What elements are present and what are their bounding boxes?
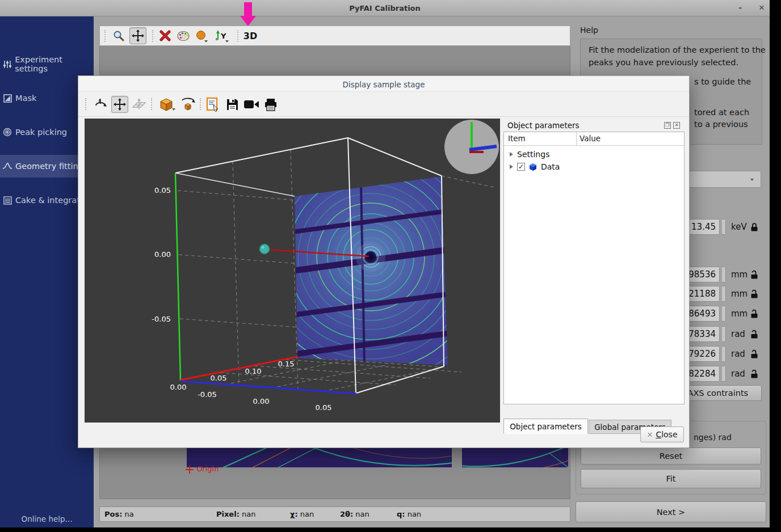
chevron-down-icon bbox=[750, 179, 754, 181]
plane-icon bbox=[132, 98, 146, 111]
colormap-button[interactable] bbox=[175, 27, 192, 44]
z-tick: -0.05 bbox=[198, 390, 217, 399]
sidebar-item-experiment-settings[interactable]: Experiment settings bbox=[0, 53, 94, 75]
spinbox-sliver[interactable] bbox=[722, 346, 726, 362]
tree-row-label: Settings bbox=[517, 150, 549, 159]
cube-rotate-icon bbox=[180, 97, 195, 112]
pan-button[interactable] bbox=[129, 27, 146, 44]
plot-toolbar: Y 3D bbox=[99, 26, 570, 46]
diffraction-image-strip bbox=[187, 448, 568, 467]
column-value: Value bbox=[580, 134, 601, 143]
pan-view-button[interactable] bbox=[111, 96, 128, 113]
status-chi: χ: nan bbox=[290, 510, 314, 518]
save-button[interactable] bbox=[224, 96, 241, 113]
status-pos: Pos: na bbox=[104, 510, 134, 518]
spinbox-sliver[interactable] bbox=[722, 219, 726, 235]
cube-icon bbox=[158, 97, 175, 112]
online-help-link[interactable]: Online help... bbox=[0, 514, 94, 523]
clear-button[interactable] bbox=[157, 27, 174, 44]
help-title: Help bbox=[580, 26, 598, 35]
pan-icon bbox=[114, 98, 126, 111]
param-unit: mm bbox=[731, 309, 748, 319]
param-unit: rad bbox=[731, 329, 745, 339]
solid-cube-button[interactable] bbox=[157, 96, 177, 113]
param-unit: rad bbox=[731, 349, 745, 359]
dialog-toolbar bbox=[78, 92, 689, 117]
help-line-fragment: s to guide the bbox=[694, 77, 751, 86]
origin-label: Origin bbox=[196, 465, 219, 473]
data-cube-icon bbox=[528, 163, 538, 171]
peak-rings-icon bbox=[3, 128, 12, 137]
spinbox-sliver[interactable] bbox=[722, 306, 726, 322]
lock-open-icon[interactable] bbox=[750, 309, 758, 319]
sidebar-item-label: Experiment settings bbox=[15, 55, 94, 73]
spinbox-sliver[interactable] bbox=[722, 326, 726, 342]
tree-row-label: Data bbox=[541, 162, 560, 171]
copy-snapshot-button[interactable] bbox=[204, 96, 221, 113]
reset-button[interactable]: Reset bbox=[581, 447, 761, 465]
parameters-table[interactable]: Item Value Settings ✓ Data bbox=[503, 132, 685, 404]
rotate-view-button[interactable] bbox=[92, 96, 109, 113]
y-tick: 0.00 bbox=[154, 250, 171, 259]
object-parameters-panel: Object parameters ❐ ✕ Item Value Setting… bbox=[503, 119, 685, 425]
display-sample-stage-dialog: Display sample stage bbox=[78, 75, 690, 448]
rotate-cube-button[interactable] bbox=[179, 96, 196, 113]
window-title: PyFAI Calibration bbox=[0, 0, 770, 16]
toolbar-handle bbox=[152, 30, 153, 42]
origin-tick: 0.00 bbox=[170, 383, 187, 391]
z-tick: 0.00 bbox=[253, 397, 270, 406]
orientation-widget[interactable] bbox=[444, 120, 499, 174]
plane-mode-button[interactable] bbox=[131, 96, 148, 113]
z-tick: 0.05 bbox=[316, 403, 332, 412]
spinbox-sliver[interactable] bbox=[722, 267, 726, 282]
status-pixel: Pixel: nan bbox=[216, 510, 255, 518]
fit-button[interactable]: Fit bbox=[581, 469, 761, 488]
param-unit: mm bbox=[731, 269, 748, 280]
status-2theta: 2θ: nan bbox=[340, 510, 369, 518]
energy-unit: keV bbox=[731, 222, 747, 232]
record-video-button[interactable] bbox=[242, 96, 261, 113]
dialog-close-button[interactable]: ✕ Close bbox=[640, 427, 684, 442]
help-line: Fit the modelization of the experient to… bbox=[589, 45, 766, 54]
lock-open-icon[interactable] bbox=[750, 289, 758, 299]
zoom-button[interactable] bbox=[110, 27, 127, 44]
expander-icon[interactable] bbox=[510, 164, 513, 169]
spinbox-sliver[interactable] bbox=[722, 286, 726, 302]
lock-open-icon[interactable] bbox=[750, 330, 758, 339]
close-button[interactable]: ✕ bbox=[755, 2, 769, 14]
toolbar-handle bbox=[151, 98, 152, 110]
copy-icon bbox=[206, 97, 220, 112]
column-divider[interactable] bbox=[576, 132, 577, 146]
origin-marker: Origin bbox=[185, 465, 219, 474]
mask-tool-button[interactable] bbox=[193, 27, 210, 44]
3d-scene[interactable]: 0.05 0.00 -0.05 0.00 0.05 0.10 0.15 -0.0… bbox=[85, 119, 500, 423]
x-tick: 0.05 bbox=[211, 374, 227, 382]
window-titlebar: PyFAI Calibration – ✕ bbox=[0, 0, 770, 16]
print-button[interactable] bbox=[262, 96, 279, 113]
next-button[interactable]: Next > bbox=[576, 501, 766, 522]
clear-x-icon bbox=[159, 30, 171, 41]
lock-open-icon[interactable] bbox=[750, 270, 758, 280]
annotation-arrow-icon bbox=[240, 2, 256, 27]
expander-icon[interactable] bbox=[510, 152, 513, 157]
minimize-button[interactable]: – bbox=[733, 2, 747, 14]
tree-row-settings[interactable]: Settings bbox=[504, 148, 684, 161]
3d-button[interactable]: 3D bbox=[241, 27, 260, 44]
mask-dot-icon bbox=[195, 29, 208, 43]
zoom-icon bbox=[112, 29, 125, 42]
lock-open-icon[interactable] bbox=[750, 349, 758, 359]
spinbox-sliver[interactable] bbox=[722, 366, 726, 382]
rad-fragment-label: nges) rad bbox=[694, 433, 732, 442]
y-tick: 0.05 bbox=[154, 186, 171, 195]
close-panel-icon[interactable]: ✕ bbox=[673, 122, 680, 129]
float-panel-icon[interactable]: ❐ bbox=[664, 122, 671, 129]
tree-row-data[interactable]: ✓ Data bbox=[504, 161, 684, 173]
param-unit: rad bbox=[731, 369, 745, 379]
lock-closed-icon[interactable] bbox=[750, 222, 758, 232]
tab-object-parameters[interactable]: Object parameters bbox=[503, 419, 588, 434]
lock-open-icon[interactable] bbox=[750, 369, 758, 379]
save-floppy-icon bbox=[226, 98, 239, 111]
toolbar-handle bbox=[237, 30, 238, 42]
data-checkbox[interactable]: ✓ bbox=[517, 163, 525, 171]
y-axis-button[interactable]: Y bbox=[213, 27, 230, 44]
